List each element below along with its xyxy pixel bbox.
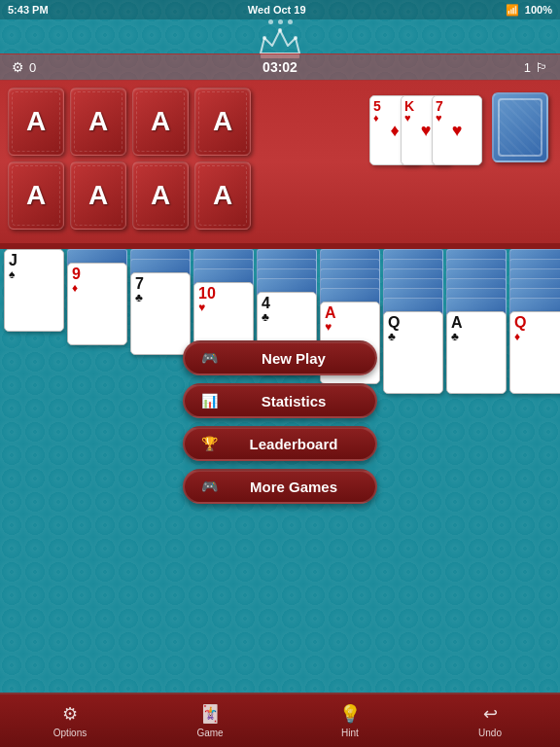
- new-play-button[interactable]: 🎮 New Play: [183, 340, 377, 375]
- svg-point-3: [294, 36, 298, 40]
- status-date: Wed Oct 19: [248, 4, 306, 16]
- statistics-button[interactable]: 📊 Statistics: [183, 383, 377, 418]
- tab-options[interactable]: ⚙ Options: [0, 694, 140, 747]
- tab-hint-label: Hint: [341, 728, 359, 738]
- more-games-label: More Games: [228, 479, 360, 495]
- top-card-7h[interactable]: 7 ♥ ♥: [432, 95, 482, 165]
- status-bar: 5:43 PM Wed Oct 19 📶 100%: [0, 0, 560, 19]
- statistics-label: Statistics: [228, 393, 360, 409]
- game-icon: 🃏: [199, 703, 221, 725]
- card-queen-diamonds[interactable]: Q ♦: [509, 311, 560, 394]
- tableau-col-9: Q ♦: [509, 249, 560, 394]
- wifi-icon: 📶: [506, 4, 519, 17]
- deck-inner: [498, 98, 542, 157]
- score-value: 0: [29, 60, 36, 75]
- leaderboard-button[interactable]: 🏆 Leaderboard: [183, 426, 377, 461]
- timer: 03:02: [262, 59, 298, 75]
- card-jack-spades[interactable]: J ♠: [4, 249, 64, 332]
- options-icon: ⚙: [62, 703, 78, 725]
- moves-icon: 🏳: [536, 60, 548, 75]
- undo-icon: ↩: [483, 703, 498, 725]
- tableau-col-3: 7 ♣: [130, 249, 191, 394]
- card-queen-clubs[interactable]: Q ♣: [383, 311, 443, 394]
- ace-card-2[interactable]: A: [70, 88, 126, 156]
- completed-stacks: A A A A A A A A: [8, 88, 253, 231]
- svg-point-1: [262, 36, 266, 40]
- hint-icon: 💡: [339, 703, 361, 725]
- card-9-diamonds[interactable]: 9 ♦: [67, 263, 127, 345]
- statistics-icon: 📊: [200, 393, 218, 409]
- tableau-col-2: 9 ♦: [67, 249, 127, 394]
- ace-card-3[interactable]: A: [132, 88, 189, 156]
- ace-card-1[interactable]: A: [8, 88, 64, 156]
- battery-label: 100%: [525, 4, 552, 16]
- leaderboard-label: Leaderboard: [228, 436, 360, 452]
- tableau-col-7: Q ♣: [383, 249, 443, 394]
- ace-card-5[interactable]: A: [8, 161, 64, 230]
- tab-game-label: Game: [196, 728, 223, 738]
- tab-options-label: Options: [53, 728, 87, 738]
- moves-value: 1: [524, 60, 531, 75]
- ace-card-8[interactable]: A: [194, 161, 251, 230]
- deck[interactable]: [492, 92, 548, 162]
- score-bar: ⚙ 0 03:02 1 🏳: [0, 53, 560, 81]
- card-ace-clubs[interactable]: A ♣: [446, 311, 507, 394]
- new-play-icon: 🎮: [200, 350, 218, 366]
- menu-overlay: 🎮 New Play 📊 Statistics 🏆 Leaderboard 🎮 …: [183, 340, 377, 504]
- tab-bar: ⚙ Options 🃏 Game 💡 Hint ↩ Undo: [0, 693, 560, 747]
- ace-card-4[interactable]: A: [194, 88, 251, 156]
- card-7-clubs[interactable]: 7 ♣: [130, 272, 191, 355]
- more-games-icon: 🎮: [200, 479, 218, 494]
- tableau-col-1: J ♠: [4, 249, 64, 394]
- tab-undo[interactable]: ↩ Undo: [420, 694, 560, 747]
- ace-card-7[interactable]: A: [132, 161, 189, 230]
- top-right-cards: 5 ♦ ♦ K ♥ ♥ 7 ♥ ♥: [369, 95, 482, 165]
- tableau-col-8: A ♣: [446, 249, 507, 394]
- tab-hint[interactable]: 💡 Hint: [280, 694, 420, 747]
- svg-point-2: [278, 28, 282, 32]
- new-play-label: New Play: [228, 350, 360, 367]
- gear-icon: ⚙: [12, 59, 24, 75]
- tab-game[interactable]: 🃏 Game: [140, 694, 280, 747]
- more-games-button[interactable]: 🎮 More Games: [183, 469, 377, 504]
- leaderboard-icon: 🏆: [200, 436, 218, 451]
- status-time: 5:43 PM: [8, 4, 49, 16]
- ace-card-6[interactable]: A: [70, 161, 126, 230]
- tab-undo-label: Undo: [478, 728, 502, 738]
